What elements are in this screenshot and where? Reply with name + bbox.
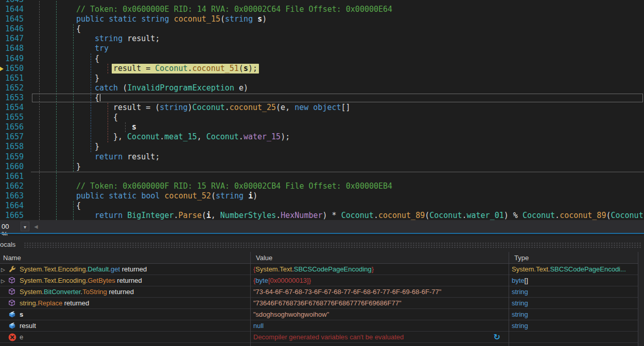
line-number[interactable]: 1654 <box>5 103 24 113</box>
column-separator[interactable] <box>509 252 509 346</box>
value-cell[interactable]: Decompiler generated variables can't be … <box>251 332 508 343</box>
variable-value: "73-64-6F-67-68-73-6F-67-68-77-6F-68-67-… <box>253 286 441 297</box>
scroll-left-icon[interactable]: ◄ <box>33 223 39 230</box>
cell-text-segment: [] <box>525 277 528 284</box>
value-cell[interactable]: "73-64-6F-67-68-73-6F-67-68-77-6F-68-67-… <box>251 286 508 298</box>
code-line[interactable]: 1648try <box>0 44 644 53</box>
name-cell[interactable]: ▷System.Text.Encoding.Default.get return… <box>0 264 250 275</box>
locals-title-bar[interactable]: ocals <box>0 240 644 251</box>
column-header-value[interactable]: Value <box>256 254 272 262</box>
code-line[interactable]: 1656s <box>0 122 644 132</box>
code-line[interactable]: 1651} <box>0 74 644 83</box>
line-number[interactable]: 1643 <box>5 0 24 5</box>
line-number[interactable]: 1651 <box>5 74 24 83</box>
line-number[interactable]: 1647 <box>5 34 24 44</box>
name-cell[interactable]: e <box>0 332 250 343</box>
code-line[interactable]: 1654result = (string)Coconut.coconut_25(… <box>0 103 644 113</box>
chevron-down-icon[interactable]: ▾ <box>21 222 29 231</box>
line-number[interactable]: 1655 <box>5 113 24 122</box>
box-icon <box>8 322 16 330</box>
code-line[interactable]: 1650result = Coconut.coconut_51(s); <box>0 64 644 74</box>
value-cell[interactable]: null <box>251 320 508 332</box>
code-line[interactable]: 1661 <box>0 172 644 181</box>
expander-icon[interactable]: ▷ <box>1 276 5 286</box>
value-cell[interactable]: {byte[0x00000013]} <box>251 275 508 286</box>
code-line[interactable]: 1662// Token: 0x0600000F RID: 15 RVA: 0x… <box>0 181 644 191</box>
code-line[interactable]: 1659return result; <box>0 152 644 162</box>
locals-row[interactable]: resultnullstring <box>0 320 644 332</box>
cell-text-segment: } <box>309 277 311 284</box>
cell-text-segment: BitConverter <box>44 288 81 296</box>
name-cell[interactable]: string.Replace returned <box>0 298 250 309</box>
cell-text-segment: SBCSCodePageEncodi... <box>550 265 625 273</box>
name-cell[interactable]: System.BitConverter.ToString returned <box>0 286 250 298</box>
line-number[interactable]: 1645 <box>5 14 24 24</box>
code-line[interactable]: 1665return BigInteger.Parse(i, NumberSty… <box>0 211 644 220</box>
code-line[interactable]: 1658} <box>0 142 644 152</box>
code-line[interactable]: 1647string result; <box>0 34 644 44</box>
line-number[interactable]: 1657 <box>5 132 24 142</box>
value-cell[interactable]: "sdoghsoghwohgwoihow" <box>251 309 508 320</box>
locals-row[interactable]: s"sdoghsoghwohgwoihow"string <box>0 309 644 320</box>
line-number[interactable]: 1650 <box>5 64 24 74</box>
code-line[interactable]: 1660} <box>0 162 644 172</box>
locals-row[interactable]: ▷System.Text.Encoding.Default.get return… <box>0 264 644 275</box>
code-text: result = Coconut.coconut_51(s); <box>112 64 259 74</box>
code-line[interactable]: 1652catch (InvalidProgramException e) <box>0 83 644 93</box>
method-separator-line <box>31 172 644 172</box>
variable-type: string <box>512 309 528 320</box>
type-cell[interactable]: string <box>510 286 637 298</box>
code-segment: coconut_15 <box>174 14 220 24</box>
code-line[interactable]: 1643 <box>0 0 644 5</box>
code-text: string result; <box>95 34 160 44</box>
code-line[interactable]: 1655{ <box>0 113 644 122</box>
line-number[interactable]: 1659 <box>5 152 24 162</box>
line-number[interactable]: 1663 <box>5 191 24 201</box>
column-separator[interactable] <box>250 252 251 346</box>
line-number[interactable]: 1652 <box>5 83 24 93</box>
type-cell[interactable]: string <box>510 309 637 320</box>
line-number[interactable]: 1653 <box>5 93 24 103</box>
line-number[interactable]: 1665 <box>5 211 24 220</box>
type-cell[interactable]: string <box>510 320 637 332</box>
line-number[interactable]: 1648 <box>5 44 24 53</box>
name-cell[interactable]: ▷System.Text.Encoding.GetBytes returned <box>0 275 250 286</box>
line-number[interactable]: 1664 <box>5 201 24 211</box>
type-cell[interactable]: System.Text.SBCSCodePageEncodi... <box>510 264 637 275</box>
cell-text-segment: string <box>512 311 528 318</box>
code-segment: public static string <box>76 14 174 24</box>
line-number[interactable]: 1646 <box>5 24 24 34</box>
code-line[interactable]: 1649{ <box>0 54 644 64</box>
locals-row[interactable]: eDecompiler generated variables can't be… <box>0 332 644 343</box>
name-cell[interactable]: result <box>0 320 250 332</box>
line-number[interactable]: 1658 <box>5 142 24 152</box>
line-number[interactable]: 1661 <box>5 172 24 181</box>
type-cell[interactable] <box>510 332 637 343</box>
value-cell[interactable]: "73646F6768736F6768776F6867776F69686F77" <box>251 298 508 309</box>
line-number[interactable]: 1662 <box>5 181 24 191</box>
locals-row[interactable]: string.Replace returned"73646F6768736F67… <box>0 298 644 309</box>
expander-icon[interactable]: ▷ <box>1 264 5 275</box>
locals-row[interactable]: ▷System.Text.Encoding.GetBytes returned{… <box>0 275 644 286</box>
code-line[interactable]: 1663public static bool coconut_52(string… <box>0 191 644 201</box>
code-line[interactable]: 1646{ <box>0 24 644 34</box>
line-number[interactable]: 1644 <box>5 5 24 14</box>
name-cell[interactable]: s <box>0 309 250 320</box>
code-line[interactable]: 1645public static string coconut_15(stri… <box>0 14 644 24</box>
code-segment: { <box>76 24 81 33</box>
line-number[interactable]: 1649 <box>5 54 24 64</box>
code-line[interactable]: 1644// Token: 0x0600000E RID: 14 RVA: 0x… <box>0 5 644 14</box>
locals-row[interactable]: System.BitConverter.ToString returned"73… <box>0 286 644 298</box>
horizontal-scrollbar[interactable]: 00 % ▾ ◄ <box>0 220 644 234</box>
type-cell[interactable]: string <box>510 298 637 309</box>
code-editor[interactable]: 16431644// Token: 0x0600000E RID: 14 RVA… <box>0 0 644 220</box>
line-number[interactable]: 1660 <box>5 162 24 172</box>
value-cell[interactable]: {System.Text.SBCSCodePageEncoding} <box>251 264 508 275</box>
refresh-icon[interactable]: ↻ <box>494 332 500 342</box>
code-line[interactable]: 1664{ <box>0 201 644 211</box>
line-number[interactable]: 1656 <box>5 122 24 132</box>
code-line[interactable]: 1657}, Coconut.meat_15, Coconut.water_15… <box>0 132 644 142</box>
column-header-type[interactable]: Type <box>514 254 529 262</box>
type-cell[interactable]: byte[] <box>510 275 637 286</box>
column-header-name[interactable]: Name <box>3 254 21 262</box>
